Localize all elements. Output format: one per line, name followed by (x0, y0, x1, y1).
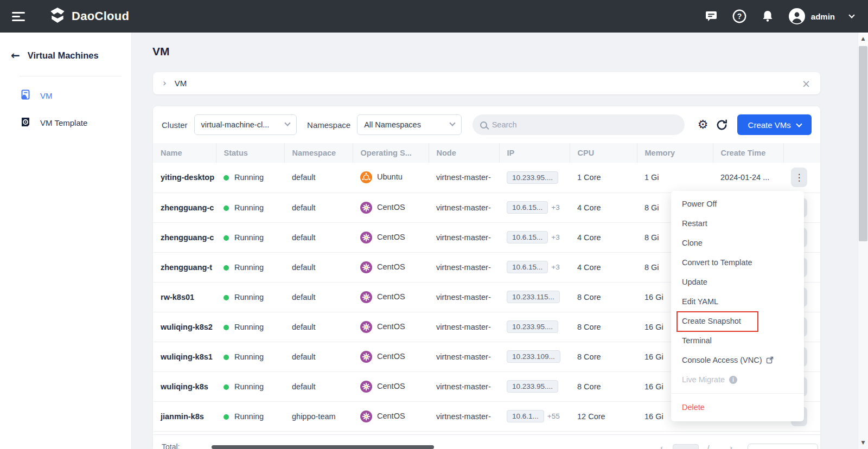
menu-item-create-snapshot[interactable]: Create Snapshot (671, 311, 804, 331)
panel-close-icon[interactable]: × (802, 78, 810, 89)
vm-name[interactable]: wuliqing-k8s1 (161, 352, 213, 361)
menu-item-edit-yaml[interactable]: Edit YAML (671, 292, 804, 311)
vm-name[interactable]: zhengguang-c (161, 233, 214, 242)
row-actions-button[interactable]: ⋮ (791, 168, 807, 187)
namespace-select[interactable]: All Namespaces (357, 114, 462, 135)
ip-chip[interactable]: 10.6.15... (507, 261, 548, 273)
status-text: Running (234, 352, 264, 361)
cluster-select[interactable]: virtual-machine-cl... (194, 114, 297, 135)
os-name: CentOS (377, 322, 405, 330)
node-name: virtnest-master- (436, 352, 491, 361)
refresh-icon[interactable] (716, 119, 728, 131)
ip-chip[interactable]: 10.6.1... (507, 410, 544, 422)
node-name: virtnest-master- (436, 382, 491, 391)
menu-toggle-icon[interactable] (12, 10, 26, 23)
current-page-box[interactable] (673, 444, 699, 449)
cluster-label: Cluster (162, 120, 188, 130)
menu-item-power-off[interactable]: Power Off (671, 194, 804, 214)
menu-item-restart[interactable]: Restart (671, 214, 804, 233)
prev-page-icon[interactable]: ‹ (660, 444, 663, 449)
pagination-footer: Total: ‹ / › (153, 434, 820, 449)
vm-template-icon (20, 117, 31, 129)
info-icon: i (729, 376, 737, 384)
horizontal-scrollbar-thumb[interactable] (212, 445, 434, 449)
namespace-value: default (292, 323, 316, 331)
daocloud-logo-icon (49, 7, 66, 26)
messages-icon[interactable] (705, 10, 718, 23)
next-page-icon[interactable]: › (730, 444, 732, 449)
namespace-value: ghippo-team (292, 412, 336, 421)
menu-item-update[interactable]: Update (671, 272, 804, 292)
create-vms-button[interactable]: Create VMs (737, 114, 812, 135)
collapse-panel: › VM × (153, 72, 820, 94)
memory-value: 1 Gi (644, 173, 659, 182)
ip-extra-count: +3 (551, 203, 559, 211)
menu-item-clone[interactable]: Clone (671, 233, 804, 253)
sidebar-item-vm[interactable]: VM (0, 82, 131, 109)
avatar[interactable] (789, 8, 805, 24)
centos-os-icon (360, 291, 372, 303)
menu-item-delete[interactable]: Delete (671, 397, 804, 417)
scroll-down-arrow-icon[interactable]: ▼ (858, 437, 868, 448)
memory-value: 16 Gi (644, 352, 663, 361)
scroll-up-arrow-icon[interactable]: ▲ (858, 33, 868, 45)
memory-value: 16 Gi (644, 382, 663, 391)
vertical-scrollbar-thumb[interactable] (859, 46, 867, 241)
vm-name[interactable]: zhengguang-t (161, 263, 212, 272)
ip-chip[interactable]: 10.233.95.... (507, 320, 558, 333)
menu-item-console-access-vnc[interactable]: Console Access (VNC) (671, 350, 804, 370)
notifications-bell-icon[interactable] (761, 10, 774, 23)
user-menu-chevron-down-icon[interactable] (848, 12, 854, 18)
search-box[interactable] (473, 114, 685, 135)
sidebar-item-label: VM (40, 91, 53, 100)
ip-chip[interactable]: 10.6.15... (507, 231, 548, 243)
menu-item-convert-to-template[interactable]: Convert to Template (671, 253, 804, 272)
ip-chip[interactable]: 10.233.115... (507, 291, 560, 303)
vm-name[interactable]: rw-k8s01 (161, 293, 194, 302)
ip-chip[interactable]: 10.233.95.... (507, 380, 558, 393)
col-cpu: CPU (570, 143, 637, 163)
vertical-scrollbar[interactable]: ▲ ▼ (858, 33, 868, 449)
vm-name[interactable]: wuliqing-k8s2 (161, 323, 213, 331)
ip-chip[interactable]: 10.6.15... (507, 201, 548, 214)
vm-name[interactable]: yiting-desktop (161, 173, 214, 182)
os-name: CentOS (377, 292, 405, 300)
status-dot (224, 206, 229, 211)
os-name: CentOS (377, 232, 405, 241)
centos-os-icon (360, 351, 372, 363)
table-header-row: Name Status Namespace Operating S... Nod… (153, 143, 820, 163)
ubuntu-os-icon (360, 171, 372, 183)
table-row[interactable]: yiting-desktop Running default Ubuntu vi… (153, 163, 820, 193)
vm-name[interactable]: wuliqing-k8s (161, 382, 208, 391)
panel-expand-chevron-icon[interactable]: › (163, 79, 167, 88)
sidebar-item-vm-template[interactable]: VM Template (0, 109, 131, 136)
node-name: virtnest-master- (436, 203, 491, 212)
cluster-select-value: virtual-machine-cl... (201, 120, 270, 129)
panel-title: VM (175, 79, 187, 88)
page-size-select[interactable] (748, 444, 818, 449)
brand-logo[interactable]: DaoCloud (49, 7, 129, 26)
namespace-value: default (292, 352, 316, 361)
status-text: Running (234, 203, 264, 212)
search-input[interactable] (492, 120, 677, 129)
back-arrow-icon[interactable]: ← (11, 49, 20, 62)
vm-name[interactable]: zhengguang-c (161, 203, 214, 212)
help-icon[interactable]: ? (732, 9, 746, 23)
os-name: CentOS (377, 262, 405, 271)
status-dot (224, 384, 229, 390)
ip-chip[interactable]: 10.233.109... (507, 350, 560, 363)
namespace-value: default (292, 173, 316, 182)
status-text: Running (234, 173, 264, 182)
ip-extra-count: +3 (551, 263, 559, 271)
settings-gear-icon[interactable]: ⚙ (698, 119, 709, 131)
status-dot (224, 175, 229, 181)
ip-extra-count: +3 (551, 233, 559, 241)
menu-item-terminal[interactable]: Terminal (671, 331, 804, 350)
cpu-value: 4 Core (577, 233, 601, 242)
node-name: virtnest-master- (436, 323, 491, 331)
vm-name[interactable]: jianmin-k8s (161, 412, 204, 421)
create-time-value: 2024-01-24 ... (720, 173, 769, 182)
col-actions (783, 143, 820, 163)
centos-os-icon (360, 410, 372, 422)
ip-chip[interactable]: 10.233.95.... (507, 171, 558, 184)
